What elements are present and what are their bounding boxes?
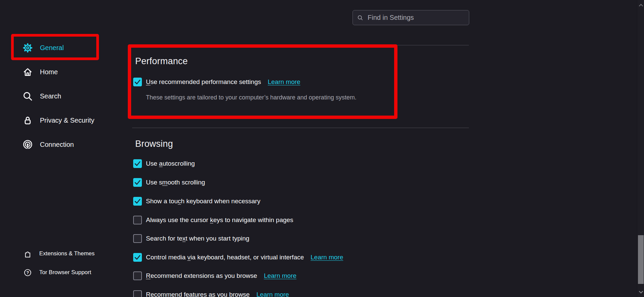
label-segment: Control media bbox=[146, 254, 187, 261]
vertical-scrollbar[interactable] bbox=[637, 0, 644, 297]
checkmark-icon bbox=[133, 197, 142, 206]
checkmark-icon bbox=[133, 253, 142, 262]
sidebar-item-search[interactable]: Search bbox=[22, 89, 94, 103]
sidebar-footer: Extensions & Themes ? Tor Browser Suppor… bbox=[23, 248, 95, 286]
setting-description: These settings are tailored to your comp… bbox=[146, 94, 357, 101]
search-icon bbox=[22, 91, 33, 102]
sidebar-item-tor-browser-support[interactable]: ? Tor Browser Support bbox=[23, 267, 95, 278]
setting-row-find-as-you-type: Search for text when you start typing bbox=[133, 234, 249, 243]
sidebar-item-home[interactable]: Home bbox=[22, 65, 94, 79]
sidebar-item-label: Home bbox=[40, 68, 58, 76]
label-accesskey: a bbox=[159, 160, 163, 167]
sidebar-item-connection[interactable]: Connection bbox=[22, 137, 94, 152]
label-segment: Use s bbox=[146, 179, 162, 186]
label-segment: Show a tou bbox=[146, 198, 178, 205]
section-title-performance: Performance bbox=[135, 56, 188, 67]
sidebar-item-label: General bbox=[40, 44, 64, 52]
setting-label[interactable]: Always use the cursor keys to navigate w… bbox=[146, 216, 293, 224]
learn-more-link[interactable]: Learn more bbox=[268, 78, 300, 86]
setting-label[interactable]: Recommend extensions as you browse bbox=[146, 272, 257, 280]
chevron-down-icon bbox=[639, 291, 643, 294]
scroll-up-button[interactable] bbox=[637, 1, 644, 9]
checkbox-smooth-scrolling[interactable] bbox=[133, 178, 142, 187]
search-icon bbox=[357, 14, 364, 21]
find-in-settings-box bbox=[353, 10, 469, 25]
setting-row-cursor-keys: Always use the cursor keys to navigate w… bbox=[133, 216, 293, 224]
label-accesskey: R bbox=[146, 272, 151, 279]
label-segment: Search for te bbox=[146, 235, 182, 242]
learn-more-link[interactable]: Learn more bbox=[311, 254, 343, 261]
settings-page: General Home Search Privacy & Security bbox=[0, 0, 644, 297]
scroll-down-button[interactable] bbox=[637, 288, 644, 296]
label-accesskey: v bbox=[187, 254, 191, 261]
sidebar-item-general[interactable]: General bbox=[22, 40, 94, 55]
checkmark-icon bbox=[133, 159, 142, 168]
setting-label[interactable]: Recommend features as you browse bbox=[146, 291, 250, 297]
label-accesskey: k bbox=[210, 216, 213, 223]
setting-label[interactable]: Use autoscrolling bbox=[146, 160, 195, 167]
checkbox-touch-keyboard[interactable] bbox=[133, 197, 142, 206]
checkbox-find-as-you-type[interactable] bbox=[133, 234, 142, 243]
lock-icon bbox=[22, 115, 33, 126]
label-accesskey: U bbox=[146, 78, 151, 85]
setting-row-touch-keyboard: Show a touch keyboard when necessary bbox=[133, 197, 260, 206]
sidebar-footer-label: Tor Browser Support bbox=[39, 269, 91, 276]
sidebar-item-label: Privacy & Security bbox=[40, 117, 94, 124]
setting-label[interactable]: Control media via keyboard, headset, or … bbox=[146, 254, 304, 261]
setting-row-recommended-performance: Use recommended performance settings Lea… bbox=[133, 78, 300, 86]
label-segment: ia keyboard, headset, or virtual interfa… bbox=[191, 254, 304, 261]
home-icon bbox=[22, 67, 33, 78]
label-segment: ecommend extensions as you browse bbox=[151, 272, 257, 279]
setting-row-recommend-features: Recommend features as you browse Learn m… bbox=[133, 290, 289, 297]
label-segment: Recommend features as you browse bbox=[146, 291, 250, 297]
learn-more-link[interactable]: Learn more bbox=[264, 272, 297, 280]
checkbox-media-control[interactable] bbox=[133, 253, 142, 262]
label-segment: t when you start typing bbox=[185, 235, 249, 242]
sidebar-item-label: Connection bbox=[40, 141, 74, 148]
broadcast-icon bbox=[22, 139, 33, 150]
checkbox-cursor-keys[interactable] bbox=[133, 216, 142, 224]
label-segment: utoscrolling bbox=[163, 160, 195, 167]
label-accesskey: c bbox=[178, 198, 181, 205]
checkbox-recommend-features[interactable] bbox=[133, 290, 142, 297]
label-accesskey: m bbox=[162, 179, 168, 186]
checkbox-recommend-extensions[interactable] bbox=[133, 271, 142, 280]
help-icon: ? bbox=[23, 268, 32, 277]
label-segment: eys to navigate within pages bbox=[213, 216, 293, 223]
svg-text:?: ? bbox=[26, 270, 29, 275]
sidebar-footer-label: Extensions & Themes bbox=[39, 250, 95, 257]
label-segment: h keyboard when necessary bbox=[181, 198, 261, 205]
chevron-up-icon bbox=[639, 4, 643, 7]
setting-row-autoscrolling: Use autoscrolling bbox=[133, 159, 195, 168]
sidebar-item-extensions-themes[interactable]: Extensions & Themes bbox=[23, 248, 95, 259]
setting-label[interactable]: Show a touch keyboard when necessary bbox=[146, 198, 260, 205]
learn-more-link[interactable]: Learn more bbox=[256, 291, 289, 297]
setting-row-media-control: Control media via keyboard, headset, or … bbox=[133, 253, 343, 262]
label-accesskey: x bbox=[182, 235, 186, 242]
puzzle-icon bbox=[23, 250, 32, 258]
setting-row-smooth-scrolling: Use smooth scrolling bbox=[133, 178, 205, 187]
setting-label[interactable]: Use recommended performance settings bbox=[146, 78, 261, 86]
sidebar-item-privacy-security[interactable]: Privacy & Security bbox=[22, 113, 94, 128]
checkmark-icon bbox=[133, 78, 142, 86]
label-segment: Use bbox=[146, 160, 159, 167]
gear-icon bbox=[22, 42, 33, 53]
sidebar-item-label: Search bbox=[40, 92, 61, 100]
scrollbar-thumb[interactable] bbox=[638, 235, 644, 284]
label-segment: se recommended performance settings bbox=[151, 78, 261, 85]
checkbox-recommended-performance[interactable] bbox=[133, 78, 142, 86]
sidebar: General Home Search Privacy & Security bbox=[22, 40, 94, 161]
checkbox-autoscrolling[interactable] bbox=[133, 159, 142, 168]
setting-row-recommend-extensions: Recommend extensions as you browse Learn… bbox=[133, 271, 297, 280]
section-divider bbox=[132, 128, 469, 128]
checkmark-icon bbox=[133, 178, 142, 187]
label-segment: Always use the cursor bbox=[146, 216, 210, 223]
label-segment: ooth scrolling bbox=[167, 179, 205, 186]
setting-label[interactable]: Use smooth scrolling bbox=[146, 179, 205, 186]
setting-label[interactable]: Search for text when you start typing bbox=[146, 235, 249, 242]
section-title-browsing: Browsing bbox=[135, 139, 173, 149]
search-input[interactable] bbox=[367, 13, 465, 22]
section-divider bbox=[132, 45, 469, 45]
